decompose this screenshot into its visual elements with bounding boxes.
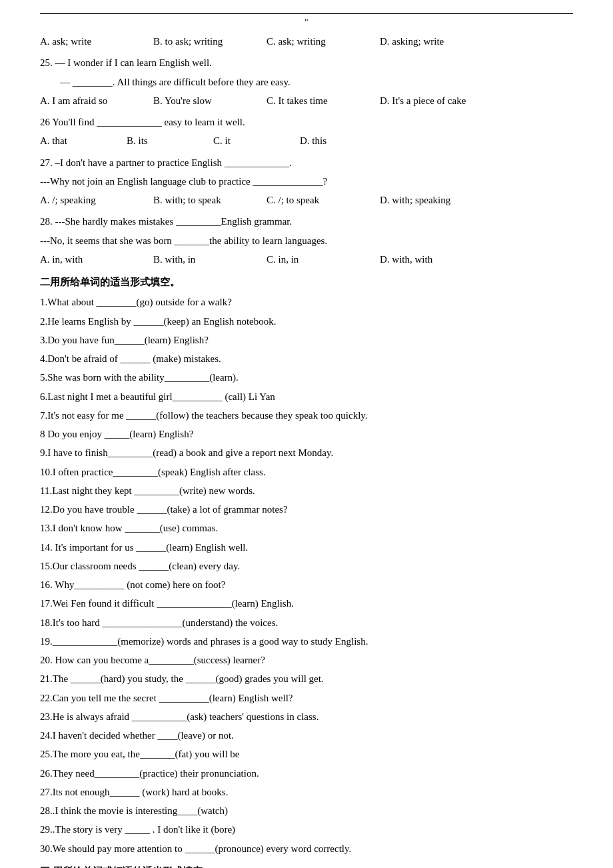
fill-item-28: 28..I think the movie is interesting____… (40, 802, 573, 819)
q28-line2: ---No, it seems that she was born ______… (40, 232, 573, 249)
q28-d: D. with, with (380, 251, 493, 268)
choice-c: C. ask; writing (267, 33, 380, 50)
fill-item-19: 19._____________(memorize) words and phr… (40, 633, 573, 650)
fill-item-27: 27.Its not enough______ (work) hard at b… (40, 783, 573, 801)
q28-b: B. with, in (153, 251, 267, 268)
fill-item-22: 22.Can you tell me the secret __________… (40, 689, 573, 707)
fill-item-5: 5.She was born with the ability_________… (40, 369, 573, 386)
fill-items-container: 1.What about ________(go) outside for a … (40, 293, 573, 857)
fill-item-11: 11.Last night they kept _________(write)… (40, 482, 573, 499)
q28-a: A. in, with (40, 251, 153, 268)
q25-d: D. It's a piece of cake (380, 92, 493, 109)
fill-item-26: 26.They need_________(practice) their pr… (40, 765, 573, 782)
fill-item-15: 15.Our classroom needs ______(clean) eve… (40, 557, 573, 575)
q27-b: B. with; to speak (153, 191, 267, 209)
fill-item-30: 30.We should pay more attention to _____… (40, 840, 573, 857)
section2-header: 二用所给单词的适当形式填空。 (40, 273, 573, 291)
choice-d: D. asking; write (380, 33, 493, 50)
fill-item-14: 14. It's important for us ______(learn) … (40, 539, 573, 556)
q26-d: D. this (300, 132, 386, 149)
fill-item-13: 13.I don't know how _______(use) commas. (40, 519, 573, 537)
section3-header: 三.用所给单词或短语的适当形式填空。 (40, 863, 573, 868)
q28-choices: A. in, with B. with, in C. in, in D. wit… (40, 251, 573, 268)
fill-item-12: 12.Do you have trouble ______(take) a lo… (40, 501, 573, 518)
choice-b: B. to ask; writing (153, 33, 267, 50)
fill-item-23: 23.He is always afraid ___________(ask) … (40, 708, 573, 725)
q26-b: B. its (127, 132, 213, 149)
top-quote: " (40, 17, 573, 27)
fill-item-21: 21.The ______(hard) you study, the _____… (40, 670, 573, 687)
fill-item-3: 3.Do you have fun______(learn) English? (40, 331, 573, 349)
fill-item-2: 2.He learns English by ______(keep) an E… (40, 313, 573, 330)
q25-choices: A. I am afraid so B. You're slow C. It t… (40, 92, 573, 109)
fill-item-17: 17.Wei Fen found it difficult __________… (40, 595, 573, 612)
choice-a: A. ask; write (40, 33, 153, 50)
q27-line2: ---Why not join an English language club… (40, 173, 573, 190)
fill-item-24: 24.I haven't decided whether ____(leave)… (40, 727, 573, 744)
q25-b: B. You're slow (153, 92, 267, 109)
q27-d: D. with; speaking (380, 191, 493, 209)
fill-item-18: 18.It's too hard ________________(unders… (40, 614, 573, 631)
fill-item-25: 25.The more you eat, the_______(fat) you… (40, 745, 573, 763)
fill-item-16: 16. Why__________ (not come) here on foo… (40, 576, 573, 593)
q27-a: A. /; speaking (40, 191, 153, 209)
fill-item-29: 29..The story is very _____ . I don't li… (40, 821, 573, 838)
fill-item-8: 8 Do you enjoy _____(learn) English? (40, 425, 573, 443)
fill-item-9: 9.I have to finish_________(read) a book… (40, 444, 573, 461)
fill-item-7: 7.It's not easy for me ______(follow) th… (40, 407, 573, 424)
q27-line1: 27. –I don't have a partner to practice … (40, 154, 573, 171)
fill-item-10: 10.I often practice_________(speak) Engl… (40, 463, 573, 481)
q28-c: C. in, in (267, 251, 380, 268)
q27-choices: A. /; speaking B. with; to speak C. /; t… (40, 191, 573, 209)
fill-item-20: 20. How can you become a_________(succes… (40, 651, 573, 669)
fill-item-4: 4.Don't be afraid of ______ (make) mista… (40, 350, 573, 367)
fill-item-1: 1.What about ________(go) outside for a … (40, 293, 573, 311)
q27-c: C. /; to speak (267, 191, 380, 209)
q26-choices: A. that B. its C. it D. this (40, 132, 573, 149)
q26-a: A. that (40, 132, 127, 149)
q25-a: A. I am afraid so (40, 92, 153, 109)
q26-c: C. it (213, 132, 300, 149)
choices-row1: A. ask; write B. to ask; writing C. ask;… (40, 33, 573, 50)
q25-text: 25. — I wonder if I can learn English we… (40, 54, 573, 71)
q25-answer: — ________. All things are difficult bef… (40, 73, 573, 91)
q28-line1: 28. ---She hardly makes mistakes _______… (40, 213, 573, 230)
q26-text: 26 You'll find _____________ easy to lea… (40, 113, 573, 131)
fill-item-6: 6.Last night I met a beautiful girl_____… (40, 388, 573, 405)
q25-c: C. It takes time (267, 92, 380, 109)
